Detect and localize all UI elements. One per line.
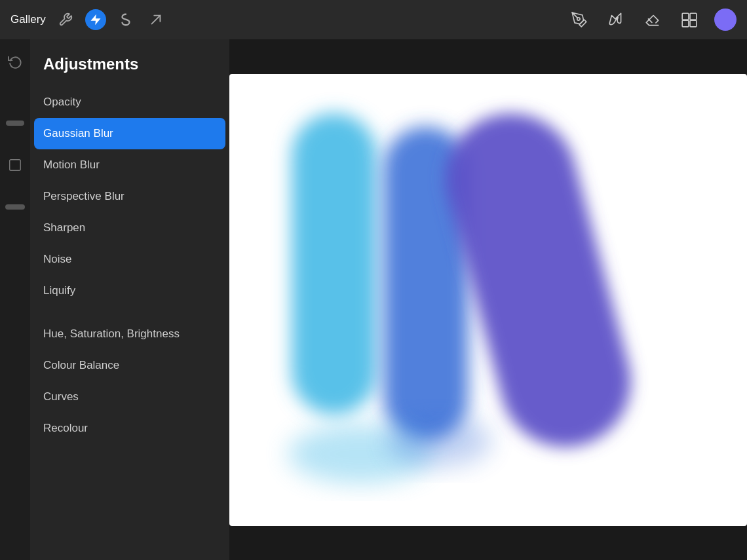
selection-tool[interactable] <box>6 156 24 174</box>
menu-item-gaussian-blur[interactable]: Gaussian Blur <box>34 118 225 149</box>
svg-rect-4 <box>682 20 689 27</box>
wrench-icon[interactable] <box>55 9 76 30</box>
svg-line-0 <box>151 16 160 24</box>
svg-rect-5 <box>690 20 697 27</box>
menu-divider <box>30 307 229 318</box>
export-icon[interactable] <box>145 9 166 30</box>
opacity-slider[interactable] <box>6 121 24 126</box>
menu-item-curves[interactable]: Curves <box>30 381 229 413</box>
svg-rect-6 <box>10 160 21 171</box>
svg-rect-2 <box>682 13 689 20</box>
svg-rect-7 <box>292 113 377 415</box>
toolbar: Gallery <box>0 0 747 39</box>
menu-item-hue-sat-bright[interactable]: Hue, Saturation, Brightness <box>30 318 229 350</box>
svg-point-1 <box>577 18 580 20</box>
canvas-area <box>229 39 747 560</box>
paint-strokes <box>229 74 747 526</box>
s-tool-icon[interactable] <box>115 9 136 30</box>
menu-item-liquify[interactable]: Liquify <box>30 275 229 307</box>
menu-item-colour-balance[interactable]: Colour Balance <box>30 350 229 381</box>
undo-button[interactable] <box>6 52 24 71</box>
adjustments-icon[interactable] <box>85 9 106 30</box>
svg-point-11 <box>387 415 491 467</box>
menu-item-opacity[interactable]: Opacity <box>30 86 229 118</box>
menu-item-perspective-blur[interactable]: Perspective Blur <box>30 181 229 212</box>
canvas[interactable] <box>229 74 747 526</box>
adjustments-panel: Adjustments Opacity Gaussian Blur Motion… <box>30 39 229 560</box>
svg-rect-3 <box>690 13 697 20</box>
gallery-button[interactable]: Gallery <box>10 13 46 26</box>
sidebar-tools <box>0 39 30 560</box>
menu-item-recolour[interactable]: Recolour <box>30 413 229 444</box>
pen-icon[interactable] <box>567 8 591 31</box>
toolbar-left: Gallery <box>10 9 166 30</box>
brush-icon[interactable] <box>604 8 628 31</box>
avatar[interactable] <box>714 9 737 31</box>
toolbar-right <box>567 8 737 31</box>
menu-item-noise[interactable]: Noise <box>30 244 229 275</box>
adjustments-title: Adjustments <box>30 55 229 86</box>
layers-icon[interactable] <box>678 8 701 31</box>
menu-item-sharpen[interactable]: Sharpen <box>30 212 229 244</box>
size-slider[interactable] <box>5 204 25 210</box>
menu-item-motion-blur[interactable]: Motion Blur <box>30 149 229 181</box>
eraser-icon[interactable] <box>641 8 664 31</box>
